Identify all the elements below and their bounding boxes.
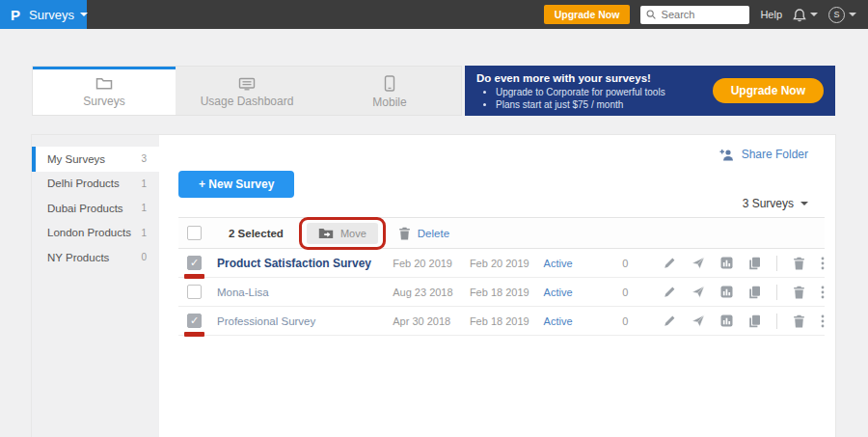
move-button[interactable]: Move xyxy=(307,223,378,244)
search-input[interactable] xyxy=(662,9,745,20)
sidebar-folder-item[interactable]: NY Products 0 xyxy=(32,245,159,270)
delete-row-icon[interactable] xyxy=(793,286,805,299)
row-checkbox[interactable] xyxy=(187,285,202,299)
table-toolbar: 2 Selected Move De xyxy=(178,217,825,249)
survey-name-link[interactable]: Mona-Lisa xyxy=(217,287,269,298)
folder-count: 1 xyxy=(141,178,147,189)
tab-label: Usage Dashboard xyxy=(201,95,294,108)
delete-row-icon[interactable] xyxy=(793,314,805,328)
surveys-count-label: 3 Surveys xyxy=(743,197,794,210)
response-count: 0 xyxy=(622,315,664,327)
row-actions xyxy=(664,285,825,300)
delete-trash-icon[interactable] xyxy=(398,227,411,240)
more-kebab-icon[interactable] xyxy=(821,286,825,299)
help-link[interactable]: Help xyxy=(760,9,782,20)
sidebar-folder-item[interactable]: My Surveys 3 xyxy=(32,147,159,172)
survey-name-link[interactable]: Professional Survey xyxy=(217,315,315,327)
modified-date: Feb 20 2019 xyxy=(470,258,544,269)
row-checkbox[interactable] xyxy=(187,256,202,270)
actions-divider xyxy=(776,314,777,329)
tab-mobile[interactable]: Mobile xyxy=(318,67,461,115)
survey-status-link[interactable]: Active xyxy=(544,315,623,327)
row-actions xyxy=(664,314,825,329)
row-checkbox[interactable] xyxy=(187,314,202,328)
created-date: Apr 30 2018 xyxy=(393,315,470,327)
mobile-icon xyxy=(384,75,395,92)
folder-label: London Products xyxy=(47,227,131,238)
folder-label: NY Products xyxy=(47,252,109,263)
reports-chart-icon[interactable] xyxy=(720,314,733,327)
created-date: Aug 23 2018 xyxy=(393,287,470,298)
surveys-table: 2 Selected Move De xyxy=(178,217,825,336)
reports-chart-icon[interactable] xyxy=(720,286,733,298)
duplicate-copy-icon[interactable] xyxy=(748,286,761,299)
share-folder-icon xyxy=(719,149,735,161)
table-row: Professional Survey Apr 30 2018 Feb 18 2… xyxy=(178,307,825,336)
app-menu-label: Surveys xyxy=(29,8,74,22)
survey-name-link[interactable]: Product Satisfaction Survey xyxy=(217,257,371,270)
sidebar-folder-item[interactable]: Dubai Products 1 xyxy=(32,196,159,221)
surveys-count-dropdown[interactable]: 3 Surveys xyxy=(743,197,808,210)
send-plane-icon[interactable] xyxy=(692,314,705,327)
folder-label: My Surveys xyxy=(47,153,105,165)
survey-status-link[interactable]: Active xyxy=(544,258,623,269)
surveys-panel: My Surveys 3 Delhi Products 1 Dubai Prod… xyxy=(32,135,835,437)
upgrade-now-button[interactable]: Upgrade Now xyxy=(544,5,631,24)
edit-pencil-icon[interactable] xyxy=(664,257,676,269)
tab-usage-dashboard[interactable]: Usage Dashboard xyxy=(176,67,318,115)
edit-pencil-icon[interactable] xyxy=(664,286,676,298)
chevron-down-icon xyxy=(810,13,818,16)
send-plane-icon[interactable] xyxy=(692,286,705,298)
folder-label: Dubai Products xyxy=(47,203,123,214)
row-actions xyxy=(664,256,825,271)
send-plane-icon[interactable] xyxy=(692,257,705,269)
tab-label: Surveys xyxy=(83,95,124,108)
folder-sidebar: My Surveys 3 Delhi Products 1 Dubai Prod… xyxy=(32,135,159,437)
tab-surveys[interactable]: Surveys xyxy=(33,67,176,115)
actions-divider xyxy=(776,285,777,300)
share-folder-link[interactable]: Share Folder xyxy=(719,148,808,161)
tab-label: Mobile xyxy=(372,96,406,109)
actions-divider xyxy=(776,256,777,271)
folder-count: 3 xyxy=(141,153,147,164)
folder-label: Delhi Products xyxy=(47,178,120,189)
account-menu[interactable]: S xyxy=(828,7,856,23)
more-kebab-icon[interactable] xyxy=(821,257,825,270)
sidebar-folder-item[interactable]: London Products 1 xyxy=(32,221,159,246)
search-box[interactable] xyxy=(640,6,749,24)
move-folder-icon xyxy=(318,228,334,239)
delete-row-icon[interactable] xyxy=(793,257,805,270)
folder-icon xyxy=(95,77,113,91)
select-all-checkbox[interactable] xyxy=(187,226,202,240)
more-kebab-icon[interactable] xyxy=(821,314,825,328)
survey-status-link[interactable]: Active xyxy=(544,287,623,298)
edit-pencil-icon[interactable] xyxy=(664,314,676,327)
promo-upgrade-button[interactable]: Upgrade Now xyxy=(713,78,824,103)
new-survey-button[interactable]: + New Survey xyxy=(178,171,294,198)
surveys-content: Share Folder + New Survey 3 Surveys 2 Se… xyxy=(159,135,835,437)
annotation-move-highlight: Move xyxy=(299,217,386,250)
duplicate-copy-icon[interactable] xyxy=(748,314,761,328)
folder-count: 0 xyxy=(141,252,147,262)
folder-count: 1 xyxy=(141,203,147,213)
table-rows: Product Satisfaction Survey Feb 20 2019 … xyxy=(178,249,825,336)
promo-banner: Do even more with your surveys! Upgrade … xyxy=(465,66,835,116)
brand-logo-icon: P xyxy=(11,8,20,22)
folder-count: 1 xyxy=(141,228,147,238)
notifications-menu[interactable] xyxy=(793,8,818,22)
reports-chart-icon[interactable] xyxy=(720,257,733,269)
avatar: S xyxy=(828,7,845,23)
dashboard-icon xyxy=(238,77,256,91)
modified-date: Feb 18 2019 xyxy=(470,287,544,298)
table-row: Product Satisfaction Survey Feb 20 2019 … xyxy=(178,249,825,278)
chevron-down-icon xyxy=(80,13,88,16)
move-label: Move xyxy=(340,228,366,239)
modified-date: Feb 18 2019 xyxy=(470,315,544,327)
annotation-underline xyxy=(184,332,204,337)
sidebar-folder-item[interactable]: Delhi Products 1 xyxy=(32,172,159,197)
response-count: 0 xyxy=(622,287,664,298)
duplicate-copy-icon[interactable] xyxy=(748,257,761,270)
delete-button[interactable]: Delete xyxy=(418,228,449,239)
app-logo-menu[interactable]: P Surveys xyxy=(0,0,87,29)
annotation-underline xyxy=(184,274,204,279)
